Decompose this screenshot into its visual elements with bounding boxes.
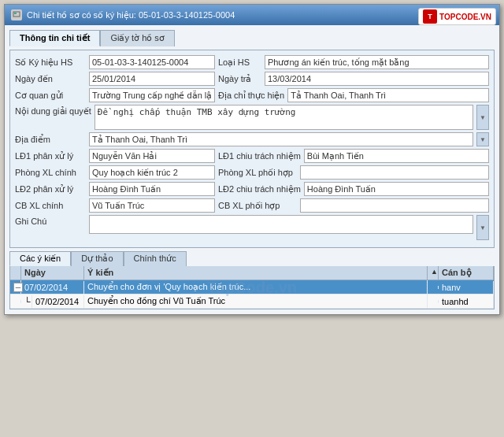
input-ld2-chu[interactable] [304, 182, 489, 196]
input-dia-diem[interactable] [89, 132, 473, 146]
td-child-ngay: 07/02/2014 [32, 295, 84, 308]
input-ngay-den[interactable] [89, 72, 215, 86]
bottom-section: Các ý kiến Dự thảo Chính thức TopCode.vn… [9, 251, 495, 309]
row-noi-dung: Nội dung giải quyết Đề nghị chấp thuận T… [15, 105, 489, 130]
td-yken: Chuyển cho đơn vị 'Quy hoạch kiến trúc..… [84, 280, 428, 294]
label-cb-xl-phoi: CB XL phối hợp [218, 201, 297, 211]
label-loai-hs: Loại HS [218, 57, 261, 68]
label-dia-diem: Địa điểm [15, 135, 86, 145]
scroll-noi-dung[interactable]: ▼ [476, 105, 489, 130]
tab-giayto[interactable]: Giấy tờ hồ sơ [100, 30, 174, 46]
th-ngay: Ngày [21, 266, 84, 280]
label-dia-chi: Địa chỉ thực hiện [218, 91, 284, 101]
row-ld2: LĐ2 phân xử lý LĐ2 chiu trách nhiệm [15, 182, 489, 196]
label-so-ky-hieu: Số Ký hiệu HS [15, 57, 86, 68]
td-child-spacer: └ [21, 295, 32, 308]
label-ngay-tra: Ngày trả [218, 74, 261, 84]
label-ld2-chu: LĐ2 chiu trách nhiệm [218, 184, 301, 194]
label-ld1-phan: LĐ1 phân xử lý [15, 151, 86, 161]
th-sort: ▲ [428, 266, 439, 280]
row-dia-diem: Địa điểm ▼ [15, 132, 489, 146]
th-expand [10, 266, 21, 280]
row-so-ky-hieu: Số Ký hiệu HS Loại HS [15, 55, 489, 69]
input-ld1-phan[interactable] [89, 149, 215, 163]
svg-rect-1 [14, 13, 17, 14]
scroll-dia-diem[interactable]: ▼ [476, 132, 489, 146]
tabs-top: Thông tin chi tiết Giấy tờ hồ sơ [9, 30, 495, 46]
th-canbo: Cán bộ [439, 266, 494, 280]
input-co-quan-gui[interactable] [89, 88, 215, 102]
table-row[interactable]: ─ 07/02/2014 Chuyển cho đơn vị 'Quy hoạc… [10, 280, 494, 294]
th-yken: Ý kiến [84, 266, 428, 280]
input-cb-xl-chinh[interactable] [89, 198, 215, 213]
td-child-sort [428, 300, 439, 303]
td-ngay: 07/02/2014 [21, 281, 84, 294]
input-cb-xl-phoi[interactable] [300, 198, 489, 213]
input-so-ky-hieu[interactable] [89, 55, 215, 69]
label-ghi-chu: Ghi Chú [15, 215, 86, 226]
topcode-icon: T [423, 9, 437, 24]
input-dia-chi[interactable] [287, 88, 489, 102]
tab-thongtin[interactable]: Thông tin chi tiết [9, 30, 100, 46]
td-canbo: hanv [439, 281, 494, 294]
window-icon [11, 9, 22, 20]
row-co-quan: Cơ quan gửi Địa chỉ thực hiện [15, 88, 489, 102]
input-phong-xl-phoi[interactable] [300, 165, 489, 180]
tab-chinh-thuc[interactable]: Chính thức [124, 251, 187, 266]
label-ld1-chu: LĐ1 chiu trách nhiệm [218, 151, 301, 161]
table-panel: TopCode.vn Ngày Ý kiến ▲ Cán bộ ─ 07/02/… [9, 266, 495, 309]
tab-cac-y-kien[interactable]: Các ý kiến [9, 251, 71, 266]
table-row[interactable]: └ 07/02/2014 Chuyển cho đồng chí Vũ Tuấn… [10, 294, 494, 309]
textarea-ghi-chu[interactable] [89, 215, 473, 234]
input-loai-hs[interactable] [265, 55, 489, 69]
form-panel: Số Ký hiệu HS Loại HS Ngày đến Ngày trả … [9, 50, 495, 248]
title-bar-left: Chi tiết hồ sơ có số ký hiệu: 05-01-03-3… [11, 9, 235, 20]
label-ld2-phan: LĐ2 phân xử lý [15, 184, 86, 194]
row-cb: CB XL chính CB XL phối hợp [15, 198, 489, 213]
td-child-canbo: tuanhd [439, 295, 494, 308]
input-ngay-tra[interactable] [265, 72, 489, 86]
label-phong-xl-phoi: Phòng XL phối hợp [218, 168, 297, 178]
td-expand-icon[interactable]: ─ [10, 280, 21, 294]
td-sort [428, 286, 439, 289]
textarea-noi-dung[interactable]: Đề nghị chấp thuận TMB xây dựng trường [94, 105, 473, 130]
label-cb-xl-chinh: CB XL chính [15, 201, 86, 210]
td-child-indent [10, 300, 21, 303]
input-phong-xl-chinh[interactable] [89, 165, 215, 180]
label-co-quan-gui: Cơ quan gửi [15, 91, 86, 101]
row-ghi-chu: Ghi Chú ▼ [15, 215, 489, 240]
label-noi-dung: Nội dung giải quyết [15, 105, 91, 117]
row-phong: Phòng XL chính Phòng XL phối hợp [15, 165, 489, 180]
window-body: Thông tin chi tiết Giấy tờ hồ sơ Số Ký h… [5, 25, 499, 314]
row-ngay: Ngày đến Ngày trả [15, 72, 489, 86]
row-ld1: LĐ1 phân xử lý LĐ1 chiu trách nhiệm [15, 149, 489, 163]
window-title: Chi tiết hồ sơ có số ký hiệu: 05-01-03-3… [27, 10, 235, 20]
table-header: Ngày Ý kiến ▲ Cán bộ [10, 266, 494, 280]
main-window: Chi tiết hồ sơ có số ký hiệu: 05-01-03-3… [4, 4, 500, 315]
td-child-yken: Chuyển cho đồng chí Vũ Tuấn Trúc [84, 294, 428, 308]
tab-du-thao[interactable]: Dự thảo [71, 251, 123, 266]
input-ld1-chu[interactable] [304, 149, 489, 163]
topcode-logo: T TOPCODE.VN [418, 8, 496, 25]
label-phong-xl-chinh: Phòng XL chính [15, 168, 86, 177]
scroll-ghi-chu[interactable]: ▼ [476, 215, 489, 240]
label-ngay-den: Ngày đến [15, 74, 86, 84]
topcode-label: TOPCODE.VN [439, 13, 491, 21]
input-ld2-phan[interactable] [89, 182, 215, 196]
tabs-bottom: Các ý kiến Dự thảo Chính thức [9, 251, 495, 266]
